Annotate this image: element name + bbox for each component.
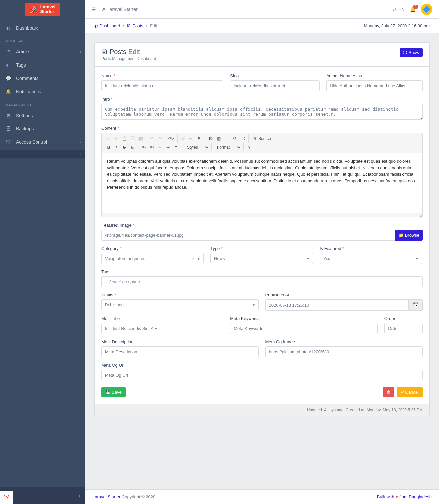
- remove-format-icon[interactable]: Iₓ: [129, 144, 136, 151]
- calendar-icon: 📅: [413, 302, 418, 308]
- source-button[interactable]: Source: [258, 136, 271, 141]
- sidebar-item-label: Notifications: [16, 89, 41, 94]
- intro-textarea[interactable]: Cum expedita pariatur ipsam blanditiis a…: [101, 104, 423, 120]
- content-editable[interactable]: Rerum voluptas dolorem aut quia voluptas…: [102, 153, 422, 213]
- paste-icon[interactable]: 📋: [121, 135, 128, 142]
- unlink-icon: ⛓: [187, 135, 195, 142]
- bold-icon[interactable]: B: [105, 144, 112, 151]
- spellcheck-icon[interactable]: ᴬᴮ✓: [168, 135, 175, 142]
- ordered-list-icon[interactable]: ≡¹: [140, 144, 148, 151]
- sidebar-item-backups[interactable]: 🗄 Backups: [0, 122, 85, 135]
- paste-word-icon[interactable]: 📰: [137, 135, 144, 142]
- sidebar-item-tags[interactable]: 🏷 Tags: [0, 58, 85, 72]
- tags-label: Tags: [101, 269, 423, 274]
- show-button[interactable]: 🖵Show: [400, 48, 423, 57]
- order-input[interactable]: [384, 323, 423, 334]
- maximize-icon[interactable]: ⛶: [239, 135, 246, 142]
- gauge-icon: ◐: [5, 25, 11, 31]
- app-home-link[interactable]: ↗ Laravel Starter: [101, 7, 138, 12]
- laravel-debug-icon[interactable]: [0, 491, 13, 504]
- sidebar-title-modules: MODULES: [0, 35, 85, 45]
- sidebar-item-label: Comments: [16, 76, 38, 81]
- meta-title-input[interactable]: [101, 323, 223, 334]
- breadcrumb-current: Edit: [150, 23, 157, 28]
- cancel-button[interactable]: ↩ Cancel: [397, 387, 423, 397]
- name-input[interactable]: [101, 80, 223, 91]
- brand[interactable]: 🚀 LaravelStarter: [0, 0, 85, 19]
- author-input[interactable]: [326, 80, 423, 91]
- paste-text-icon[interactable]: 📄: [129, 135, 136, 142]
- type-label: Type *: [210, 246, 313, 251]
- sidebar-item-dashboard[interactable]: ◐ Dashboard: [0, 21, 85, 35]
- anchor-icon[interactable]: ⚑: [195, 135, 203, 142]
- sidebar: 🚀 LaravelStarter ◐ Dashboard MODULES 🖹 A…: [0, 0, 85, 504]
- save-button[interactable]: 💾 Save: [101, 387, 126, 397]
- indent-icon[interactable]: ⇥: [164, 144, 172, 151]
- image-icon[interactable]: 🖼: [207, 135, 214, 142]
- gauge-icon: ◐: [94, 23, 98, 28]
- translate-icon: ⇄: [393, 7, 397, 12]
- sidebar-item-label: Article: [16, 49, 29, 54]
- is-featured-select[interactable]: Yes: [320, 253, 422, 264]
- unordered-list-icon[interactable]: ≡•: [148, 144, 156, 151]
- source-icon[interactable]: 🖹: [251, 135, 258, 142]
- blockquote-icon[interactable]: ❝: [172, 144, 180, 151]
- content-editor: ✂ ⎘ 📋 📄 📰 ↶ ↷: [101, 133, 423, 217]
- tags-select[interactable]: [101, 276, 423, 287]
- sidebar-collapse-mid[interactable]: ‹: [0, 150, 85, 158]
- strike-icon[interactable]: S: [121, 144, 128, 151]
- type-select[interactable]: News: [210, 253, 313, 264]
- undo-icon: ↶: [148, 135, 156, 142]
- calendar-button[interactable]: 📅: [409, 299, 423, 311]
- hr-icon[interactable]: ─: [223, 135, 230, 142]
- avatar-icon: [423, 5, 431, 13]
- menu-toggle-button[interactable]: ☰: [92, 7, 96, 12]
- folder-icon: 📁: [399, 233, 404, 238]
- styles-select[interactable]: Styles: [184, 144, 209, 151]
- meta-keywords-input[interactable]: [230, 323, 378, 334]
- slug-input[interactable]: [230, 80, 320, 91]
- notifications-button[interactable]: 🔔 1: [410, 7, 416, 12]
- table-icon[interactable]: ▦: [215, 135, 222, 142]
- edit-post-card: 🖹 Posts Edit Posts Management Dashboard …: [94, 42, 430, 416]
- meta-og-url-input[interactable]: [101, 370, 423, 380]
- user-avatar[interactable]: [421, 4, 432, 15]
- sidebar-item-label: Access Control: [16, 139, 47, 145]
- author-label: Author Name Alias: [326, 73, 423, 78]
- format-select[interactable]: Format: [214, 144, 241, 151]
- editor-resize-handle[interactable]: [102, 213, 422, 217]
- sidebar-item-access-control[interactable]: 🛡 Access Control ‹: [0, 135, 85, 149]
- card-subtitle: Posts Management Dashboard: [101, 56, 156, 61]
- app-link-label: Laravel Starter: [107, 7, 138, 12]
- italic-icon[interactable]: I: [113, 144, 120, 151]
- status-label: Status *: [101, 293, 259, 297]
- sidebar-item-article[interactable]: 🖹 Article ‹: [0, 45, 85, 58]
- content-label: Content *: [101, 126, 423, 131]
- help-icon[interactable]: ?: [246, 144, 253, 151]
- cut-icon: ✂: [105, 135, 112, 142]
- featured-image-input[interactable]: [101, 230, 395, 241]
- breadcrumb-dashboard[interactable]: ◐ Dashboard: [94, 23, 120, 28]
- card-footer-meta: Updated: 4 days ago, Created at: Monday,…: [95, 404, 429, 416]
- gear-icon: ⚙: [5, 113, 11, 118]
- sidebar-item-settings[interactable]: ⚙ Settings: [0, 109, 85, 122]
- file-icon: 🖹: [127, 23, 131, 28]
- clear-icon[interactable]: ×: [192, 256, 194, 261]
- sidebar-item-label: Tags: [16, 62, 26, 68]
- category-select[interactable]: Voluptatem neque in.: [101, 253, 204, 264]
- sidebar-item-notifications[interactable]: 🔔 Notifications: [0, 85, 85, 98]
- notification-badge: 1: [413, 5, 418, 9]
- special-char-icon[interactable]: Ω: [231, 135, 238, 142]
- delete-button[interactable]: 🗑: [383, 387, 394, 397]
- meta-description-input[interactable]: [101, 346, 259, 357]
- footer-brand-link[interactable]: Laravel Starter: [92, 494, 120, 499]
- browse-button[interactable]: 📁Browse: [395, 230, 423, 241]
- meta-og-image-input[interactable]: [265, 346, 423, 357]
- order-label: Order: [384, 316, 423, 321]
- language-switcher[interactable]: ⇄ EN: [393, 7, 405, 12]
- breadcrumb-posts[interactable]: 🖹 Posts: [127, 23, 143, 28]
- status-select[interactable]: Published: [101, 299, 259, 310]
- archive-icon: 🗄: [5, 126, 11, 131]
- published-at-input[interactable]: [265, 299, 409, 311]
- sidebar-item-comments[interactable]: 💬 Comments: [0, 72, 85, 85]
